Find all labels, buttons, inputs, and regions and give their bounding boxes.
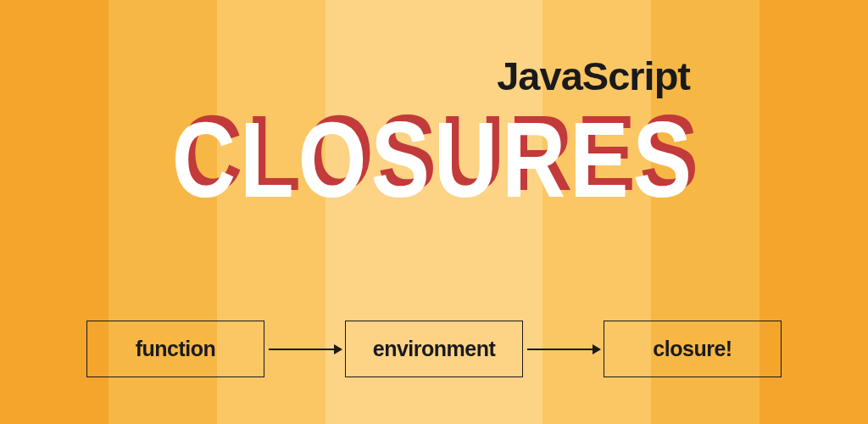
flow-diagram: function environment closure! [0, 321, 868, 377]
diagram-content: JavaScript CLOSURES CLOSURES function en… [0, 0, 868, 424]
flow-box-closure: closure! [604, 321, 782, 377]
svg-marker-3 [593, 344, 601, 354]
flow-box-function: function [86, 321, 264, 377]
title-wrap: CLOSURES CLOSURES [0, 106, 868, 214]
arrow-icon [264, 341, 345, 358]
flow-box-environment: environment [345, 321, 523, 377]
title-front: CLOSURES [172, 99, 696, 220]
main-title: CLOSURES CLOSURES [172, 106, 696, 214]
svg-marker-1 [334, 344, 342, 354]
arrow-icon [523, 341, 604, 358]
